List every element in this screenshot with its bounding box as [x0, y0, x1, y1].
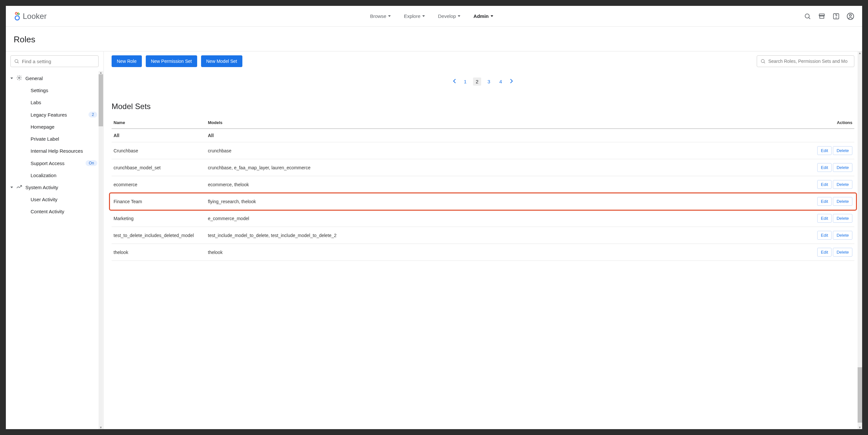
- sidebar-item[interactable]: Settings: [6, 84, 103, 96]
- sidebar-item[interactable]: Labs: [6, 96, 103, 109]
- cell-name[interactable]: Marketing: [112, 210, 206, 227]
- search-icon[interactable]: [804, 12, 811, 20]
- scroll-down-arrow-icon[interactable]: ▼: [99, 426, 103, 429]
- sidebar-item[interactable]: Legacy Features2: [6, 109, 103, 121]
- cell-actions: EditDelete: [802, 227, 854, 244]
- delete-button[interactable]: Delete: [833, 197, 852, 206]
- app-window: Looker Browse Explore Develop Admin: [6, 6, 862, 429]
- cell-actions: EditDelete: [802, 176, 854, 193]
- cell-models: thelook: [206, 244, 802, 261]
- page-title-bar: Roles: [6, 27, 862, 52]
- sidebar-item[interactable]: User Activity: [6, 194, 103, 205]
- main-scroll[interactable]: 1234 Model Sets Name Models Actions AllA…: [104, 71, 862, 429]
- new-permission-set-button[interactable]: New Permission Set: [146, 55, 197, 67]
- sidebar-search-input[interactable]: [22, 59, 95, 64]
- app-logo[interactable]: Looker: [14, 12, 46, 21]
- sidebar-item-label: Content Activity: [31, 209, 64, 214]
- delete-button[interactable]: Delete: [833, 146, 852, 155]
- marketplace-icon[interactable]: [818, 12, 826, 20]
- help-icon[interactable]: [832, 12, 840, 20]
- cell-name[interactable]: Crunchbase: [112, 142, 206, 159]
- edit-button[interactable]: Edit: [817, 248, 832, 257]
- cell-name[interactable]: thelook: [112, 244, 206, 261]
- pagination-prev[interactable]: [452, 78, 458, 86]
- model-sets-title: Model Sets: [112, 102, 854, 111]
- chevron-down-icon: [422, 15, 425, 17]
- main-content: New Role New Permission Set New Model Se…: [103, 52, 862, 429]
- svg-point-3: [18, 12, 19, 13]
- delete-button[interactable]: Delete: [833, 163, 852, 172]
- delete-button[interactable]: Delete: [833, 248, 852, 257]
- sidebar-item[interactable]: Support AccessOn: [6, 157, 103, 169]
- delete-button[interactable]: Delete: [833, 180, 852, 189]
- pagination-next[interactable]: [508, 78, 514, 86]
- svg-point-0: [15, 12, 17, 14]
- sidebar-scrollbar[interactable]: ▲ ▼: [99, 71, 103, 429]
- scroll-up-arrow-icon[interactable]: ▲: [99, 71, 103, 74]
- delete-button[interactable]: Delete: [833, 231, 852, 240]
- svg-line-5: [809, 17, 810, 19]
- search-icon: [760, 58, 766, 64]
- scrollbar-thumb[interactable]: [858, 367, 862, 423]
- cell-models: test_include_model_to_delete, test_inclu…: [206, 227, 802, 244]
- search-roles-input[interactable]: [768, 59, 851, 64]
- user-account-icon[interactable]: [846, 12, 854, 20]
- pagination-page[interactable]: 4: [497, 78, 505, 86]
- status-badge: On: [86, 160, 97, 166]
- sidebar-item[interactable]: Private Label: [6, 133, 103, 145]
- edit-button[interactable]: Edit: [817, 163, 832, 172]
- svg-point-1: [18, 13, 20, 14]
- nav-admin[interactable]: Admin: [473, 13, 493, 19]
- sidebar-item-label: User Activity: [31, 197, 58, 202]
- edit-button[interactable]: Edit: [817, 146, 832, 155]
- cell-models: crunchbase, e_faa_map_layer, lauren_ecom…: [206, 159, 802, 176]
- nav-develop[interactable]: Develop: [438, 13, 460, 19]
- scrollbar-thumb[interactable]: [99, 74, 103, 126]
- sidebar-scroll[interactable]: ▲ ▼ GeneralSettingsLabsLegacy Features2H…: [6, 71, 103, 429]
- search-icon: [14, 58, 19, 64]
- table-row: CrunchbasecrunchbaseEditDelete: [112, 142, 854, 159]
- sidebar-item[interactable]: Homepage: [6, 121, 103, 133]
- cell-models: All: [206, 128, 802, 142]
- cell-models: crunchbase: [206, 142, 802, 159]
- cell-actions: EditDelete: [802, 159, 854, 176]
- column-header-models[interactable]: Models: [206, 117, 802, 128]
- new-role-button[interactable]: New Role: [112, 55, 142, 67]
- table-row: thelookthelookEditDelete: [112, 244, 854, 261]
- scroll-down-arrow-icon[interactable]: ▼: [858, 426, 862, 429]
- action-bar: New Role New Permission Set New Model Se…: [104, 52, 862, 71]
- delete-button[interactable]: Delete: [833, 214, 852, 223]
- main-scrollbar[interactable]: ▲ ▼: [858, 52, 862, 429]
- sidebar-group-header[interactable]: System Activity: [6, 181, 103, 194]
- svg-point-10: [15, 60, 18, 62]
- pagination-page[interactable]: 1: [461, 78, 469, 86]
- search-roles-box[interactable]: [757, 55, 854, 67]
- sidebar-item[interactable]: Content Activity: [6, 205, 103, 218]
- svg-point-9: [849, 14, 851, 16]
- cell-models: flying_research, thelook: [206, 193, 802, 210]
- sidebar-item[interactable]: Localization: [6, 169, 103, 181]
- pagination-page[interactable]: 3: [485, 78, 493, 86]
- chevron-down-icon: [458, 15, 460, 17]
- edit-button[interactable]: Edit: [817, 214, 832, 223]
- column-header-name[interactable]: Name: [112, 117, 206, 128]
- sidebar-group-header[interactable]: General: [6, 72, 103, 84]
- sidebar-search-box[interactable]: [10, 55, 99, 67]
- pagination-page[interactable]: 2: [473, 78, 481, 86]
- edit-button[interactable]: Edit: [817, 180, 832, 189]
- cell-name[interactable]: ecommerce: [112, 176, 206, 193]
- nav-browse[interactable]: Browse: [370, 13, 391, 19]
- sidebar-item[interactable]: Internal Help Resources: [6, 145, 103, 157]
- edit-button[interactable]: Edit: [817, 197, 832, 206]
- looker-logo-icon: [14, 12, 21, 21]
- scroll-up-arrow-icon[interactable]: ▲: [858, 52, 862, 55]
- nav-explore[interactable]: Explore: [404, 13, 425, 19]
- cell-name[interactable]: All: [112, 128, 206, 142]
- edit-button[interactable]: Edit: [817, 231, 832, 240]
- header-icon-tray: [804, 12, 854, 20]
- cell-name[interactable]: Finance Team: [112, 193, 206, 210]
- sidebar-item-label: Localization: [31, 173, 56, 178]
- cell-name[interactable]: test_to_delete_includes_deleted_model: [112, 227, 206, 244]
- cell-name[interactable]: crunchbase_model_set: [112, 159, 206, 176]
- new-model-set-button[interactable]: New Model Set: [201, 55, 242, 67]
